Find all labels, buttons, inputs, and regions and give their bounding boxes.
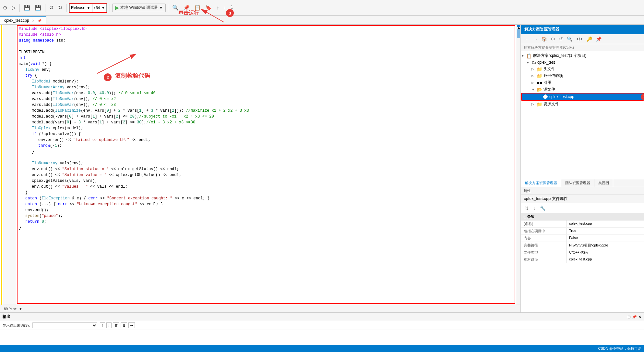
toolbar-btn-extra1[interactable]: 🔍: [171, 4, 180, 12]
line-num: [3, 207, 16, 213]
line-num: [3, 79, 16, 84]
output-up2-btn[interactable]: ⇈: [113, 322, 119, 328]
line-num: [3, 172, 16, 178]
output-source-select[interactable]: [32, 322, 97, 328]
toolbar-btn-extra3[interactable]: 📋: [193, 4, 202, 12]
tree-item-source[interactable]: ▼ 📂 源文件: [521, 86, 644, 93]
line-num: [3, 73, 16, 79]
code-area[interactable]: #include <ilcplex/ilocplex.h> #include <…: [16, 25, 520, 232]
output-float-btn[interactable]: ⊟: [627, 315, 631, 319]
se-search-input[interactable]: [524, 45, 641, 49]
tab-cplex-test[interactable]: cplex_test.cpp ✕ 📌: [0, 16, 46, 24]
solution-explorer-header: 解决方案资源管理器: [521, 25, 644, 34]
prop-key-btn[interactable]: 🔧: [538, 205, 547, 212]
code-line: if (!cplex.solve()) {: [19, 131, 518, 137]
gutter: [0, 25, 3, 305]
run-button[interactable]: ▶ 本地 Windows 调试器 ▼: [112, 4, 166, 12]
se-bottom-tabs: 解决方案资源管理器 团队资源管理器 类视图: [521, 179, 644, 187]
se-forward-btn[interactable]: →: [531, 35, 539, 43]
save-button[interactable]: 💾: [22, 4, 32, 12]
output-pin-btn[interactable]: 📌: [632, 315, 637, 319]
se-key-btn[interactable]: 🔑: [585, 35, 594, 43]
toolbar-btn-extra5[interactable]: ↑: [215, 4, 221, 12]
scrollbar-top-btn[interactable]: ▲: [517, 25, 520, 27]
tab-close-icon[interactable]: ✕: [31, 19, 35, 22]
zoom-select[interactable]: 89 %: [3, 307, 18, 311]
output-up-btn[interactable]: ↑: [100, 322, 105, 328]
se-home-btn[interactable]: 🏠: [540, 35, 549, 43]
line-num: [3, 137, 16, 143]
tree-item-project[interactable]: ▼ 🗂 cplex_test: [521, 59, 644, 66]
toolbar-btn-extra4[interactable]: 🔖: [204, 4, 213, 12]
prop-sort-btn[interactable]: ⇅: [523, 205, 530, 212]
line-num: [3, 155, 16, 160]
code-line: env.out() << "Solution status = " << cpl…: [19, 166, 518, 172]
forward-button[interactable]: ▷: [10, 4, 17, 12]
tree-label: cplex_test.cpp: [549, 94, 574, 99]
redo-button[interactable]: ↻: [56, 4, 64, 12]
editor-scrollbar[interactable]: ▲: [516, 25, 520, 305]
prop-row-name: (名称) cplex_test.cpp: [521, 220, 644, 228]
toolbar-btn-extra2[interactable]: 📌: [182, 4, 191, 12]
prop-sort2-btn[interactable]: ↓: [531, 205, 537, 212]
code-line: try {: [19, 73, 518, 79]
arch-dropdown[interactable]: x64 ▼: [92, 4, 107, 12]
code-line: cplex.getValues(vals, vars);: [19, 178, 518, 184]
se-back-btn[interactable]: ←: [523, 35, 531, 43]
tree-item-cplex-file[interactable]: 🔷 cplex_test.cpp 1: [521, 93, 644, 101]
editor-bottom-bar: 89 % ▼: [0, 305, 520, 312]
output-down2-btn[interactable]: ⇊: [121, 322, 127, 328]
code-line: IloNumVarArray vars(env);: [19, 84, 518, 90]
output-close-btn[interactable]: ✕: [638, 315, 641, 319]
line-num: [3, 26, 16, 32]
se-code-btn[interactable]: </>: [575, 35, 584, 43]
se-settings-btn[interactable]: ⚙: [549, 35, 557, 43]
se-pin-btn[interactable]: 📌: [594, 35, 603, 43]
line-num: [3, 102, 16, 108]
scrollbar-thumb[interactable]: [517, 29, 520, 38]
line-num: [3, 38, 16, 44]
output-wrap-btn[interactable]: ⇥: [128, 322, 135, 328]
tree-item-solution[interactable]: ▼ 📋 解决方案"cplex_test"(1 个项目): [521, 52, 644, 59]
undo-button[interactable]: ↺: [48, 4, 55, 12]
code-line: return 0;: [19, 219, 518, 225]
tab-class-view[interactable]: 类视图: [594, 179, 613, 187]
save-all-button[interactable]: 💾: [33, 4, 43, 12]
output-action-btns: ↑ ↓ ⇈ ⇊ ⇥: [100, 322, 135, 328]
expand-icon: ▼: [526, 61, 530, 64]
se-filter-btn[interactable]: 🔍: [565, 35, 574, 43]
back-button[interactable]: ⊙: [1, 4, 9, 12]
tree-item-resources[interactable]: ▷ 📁 资源文件: [521, 101, 644, 107]
annotation-circle-1: 1: [641, 94, 644, 100]
properties-panel: 属性 cplex_test.cpp 文件属性 ⇅ ↓ 🔧 □ 杂项 (名称) c…: [521, 187, 644, 312]
code-line: env.error() << "Failed to optimize LP." …: [19, 137, 518, 143]
se-refresh-btn[interactable]: ↺: [557, 35, 565, 43]
config-dropdown[interactable]: Release ▼: [69, 4, 92, 12]
code-line: #include <ilcplex/ilocplex.h>: [19, 26, 518, 32]
line-num: [3, 184, 16, 190]
tree-item-ref[interactable]: ▷ ■■ 引用: [521, 79, 644, 86]
output-down-btn[interactable]: ↓: [106, 322, 112, 328]
line-num: [3, 67, 16, 73]
config-value: Release: [71, 6, 85, 10]
prop-row-fullpath: 完整路径 H:\VS\VS项目\cplex\cple: [521, 242, 644, 249]
line-num: [3, 90, 16, 96]
tree-label: 外部依赖项: [543, 73, 563, 79]
line-num: [3, 219, 16, 225]
code-line: [19, 44, 518, 49]
tab-label: cplex_test.cpp: [4, 18, 29, 23]
right-panel: 解决方案资源管理器 ← → 🏠 ⚙ ↺ 🔍 </> 🔑 📌 ▼ 📋 解决方案"c…: [521, 25, 644, 312]
line-num: [3, 178, 16, 184]
code-line: model.add(vars[0] - 3 * vars[1] + vars[2…: [19, 119, 518, 125]
tree-item-external[interactable]: ▷ 📁 外部依赖项: [521, 72, 644, 79]
code-line: IloEnv env;: [19, 67, 518, 73]
expand-icon: ▼: [521, 54, 525, 57]
tab-pin-icon[interactable]: 📌: [37, 19, 42, 22]
tree-item-headers[interactable]: ▷ 📁 头文件: [521, 66, 644, 72]
line-num: [3, 55, 16, 61]
line-num: [3, 166, 16, 172]
ref-icon: ■■: [537, 80, 542, 85]
tab-team-explorer[interactable]: 团队资源管理器: [561, 179, 594, 187]
tab-solution-explorer[interactable]: 解决方案资源管理器: [521, 179, 561, 187]
se-search-box[interactable]: [521, 44, 644, 51]
